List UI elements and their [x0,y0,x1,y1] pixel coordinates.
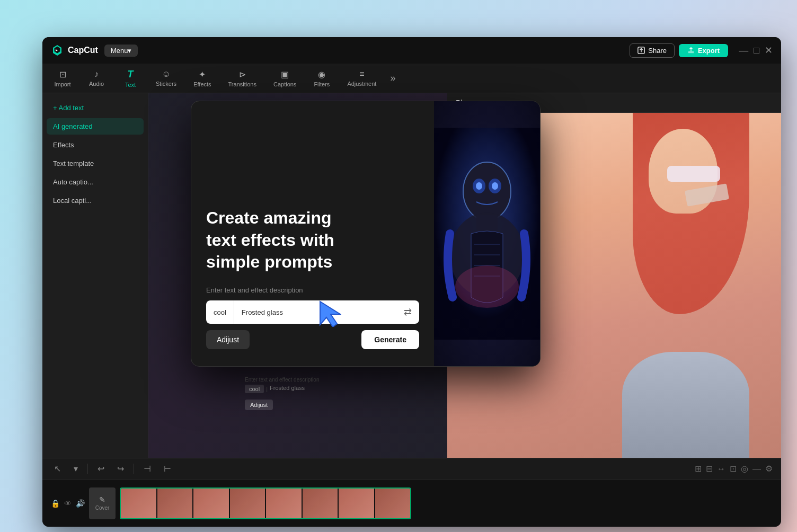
svg-point-14 [455,265,519,308]
thumbnail-button[interactable]: ⊡ [730,464,737,474]
captions-label: Captions [273,81,296,87]
fit-button[interactable]: ↔ [717,464,725,474]
strip-frame-2 [157,489,193,518]
strip-frame-3 [193,489,229,518]
effects-label: Effects [193,81,211,87]
toolbar-item-effects[interactable]: ✦ Effects [186,66,218,91]
cover-icon: ✎ [99,495,105,504]
svg-rect-1 [688,51,694,54]
export-button[interactable]: Export [679,44,728,57]
trim-button[interactable]: ⊢ [161,462,174,476]
toolbar-item-audio[interactable]: ♪ Audio [81,66,112,90]
toolbar-item-text[interactable]: T Text [114,66,146,91]
preview-adjust-button[interactable]: Adijust [245,400,273,410]
add-track-button[interactable]: ⊞ [695,464,702,474]
app-window: CapCut Menu▾ Share Export — [42,37,781,527]
modal-input-row[interactable]: cool Frosted glass ⇄ [206,300,419,324]
captions-icon: ▣ [281,69,289,79]
sidebar-item-local-caption[interactable]: Local capti... [47,192,144,209]
export-label: Export [698,47,720,55]
strip-frame-4 [230,489,265,518]
timeline-dropdown-button[interactable]: ▾ [70,462,81,476]
modal-input-tag: cool [206,300,234,324]
ai-generated-label: AI generated [53,122,92,130]
cursor-tool-button[interactable]: ↖ [51,462,64,476]
remove-track-button[interactable]: ⊟ [706,464,713,474]
shuffle-icon[interactable]: ⇄ [396,300,419,324]
transitions-icon: ⊳ [239,69,246,79]
preview-input-area: Enter text and effect description cool |… [245,377,351,410]
toolbar-item-adjustment[interactable]: ≡ Adjustment [340,66,384,90]
zoom-bar-button[interactable]: — [752,464,761,474]
split-button[interactable]: ⊣ [140,462,154,476]
visibility-button[interactable]: 👁 [64,499,72,508]
auto-caption-label: Auto captio... [53,178,93,186]
strip-frame-7 [339,489,374,518]
divider-1 [87,464,88,474]
toolbar-item-import[interactable]: ⊡ Import [47,66,78,91]
modal-left: Create amazing text effects with simple … [191,101,434,366]
timeline-right: ⊞ ⊟ ↔ ⊡ ◎ — ⚙ [695,464,773,474]
share-icon [637,47,645,54]
stickers-label: Stickers [156,81,176,87]
zoom-out-button[interactable]: ◎ [741,464,748,474]
menu-button[interactable]: Menu▾ [104,45,138,57]
toolbar: ⊡ Import ♪ Audio T Text ☺ Stickers ✦ Eff… [42,64,781,93]
cover-label: ✎ Cover [89,487,116,519]
redo-button[interactable]: ↪ [114,462,127,476]
modal-headline-line1: Create amazing [206,207,419,229]
toolbar-more-button[interactable]: » [386,73,400,84]
svg-point-3 [463,162,511,220]
adjust-button[interactable]: Adijust [206,330,250,349]
sidebar-item-auto-caption[interactable]: Auto captio... [47,174,144,190]
audio-track-button[interactable]: 🔊 [76,499,85,508]
modal-headline-line3: simple prompts [206,251,419,273]
undo-button[interactable]: ↩ [94,462,108,476]
timeline: ↖ ▾ ↩ ↪ ⊣ ⊢ ⊞ ⊟ ↔ ⊡ ◎ — ⚙ 🔒 👁 🔊 [42,458,781,527]
close-button[interactable]: ✕ [765,46,773,55]
toolbar-item-stickers[interactable]: ☺ Stickers [148,66,184,90]
effects-icon: ✦ [199,69,206,79]
logo-icon [51,44,64,57]
import-label: Import [54,81,70,87]
generate-button[interactable]: Generate [361,330,419,349]
svg-point-6 [476,182,482,190]
filters-icon: ◉ [318,69,325,79]
import-icon: ⊡ [59,69,66,79]
modal-headline: Create amazing text effects with simple … [206,207,419,273]
maximize-button[interactable]: □ [754,46,759,55]
timeline-toolbar: ↖ ▾ ↩ ↪ ⊣ ⊢ ⊞ ⊟ ↔ ⊡ ◎ — ⚙ [42,458,781,480]
text-label: Text [125,82,136,88]
strip-frame-5 [266,489,302,518]
share-label: Share [648,47,667,55]
svg-point-7 [492,182,498,190]
app-logo: CapCut [51,44,98,57]
sidebar-item-text-template[interactable]: Text template [47,155,144,172]
toolbar-item-captions[interactable]: ▣ Captions [266,66,304,91]
export-icon [687,47,695,54]
window-controls: — □ ✕ [739,46,773,55]
preview-separator: | [266,385,268,393]
lock-button[interactable]: 🔒 [51,499,60,508]
sidebar-item-effects[interactable]: Effects [47,137,144,153]
modal-dialog[interactable]: Create amazing text effects with simple … [191,101,541,367]
timeline-settings-button[interactable]: ⚙ [765,464,773,474]
local-caption-label: Local capti... [53,197,92,205]
minimize-button[interactable]: — [739,46,748,55]
track-controls: 🔒 👁 🔊 [51,499,85,508]
adjustment-label: Adjustment [347,81,376,87]
strip-frame-8 [375,489,411,518]
timeline-content: 🔒 👁 🔊 ✎ Cover [42,480,781,527]
share-button[interactable]: Share [630,43,675,58]
menu-label: Menu▾ [111,47,132,55]
video-strip [120,487,411,519]
toolbar-item-filters[interactable]: ◉ Filters [306,66,338,91]
sidebar-item-ai-generated[interactable]: AI generated [47,118,144,135]
text-icon: T [128,69,134,80]
preview-effect: Frosted glass [270,385,305,393]
modal-input-label: Enter text and effect description [206,286,419,294]
player-body [622,352,749,458]
sidebar: + Add text AI generated Effects Text tem… [42,93,148,458]
sidebar-item-add-text[interactable]: + Add text [47,100,144,116]
toolbar-item-transitions[interactable]: ⊳ Transitions [221,66,264,91]
